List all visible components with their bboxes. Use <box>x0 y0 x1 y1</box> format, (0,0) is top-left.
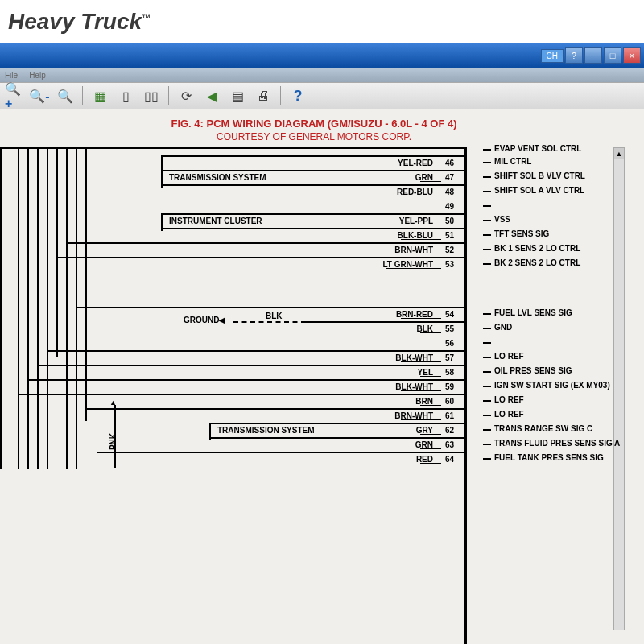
diagram-title: FIG. 4: PCM WIRING DIAGRAM (GM/ISUZU - 6… <box>0 118 628 130</box>
help-icon[interactable]: ? <box>289 87 307 105</box>
wire-color-label: GRY62 <box>416 423 457 437</box>
pin-signal-name: BK 2 SENS 2 LO CTRL <box>494 258 580 267</box>
back-icon[interactable]: ◀ <box>203 87 221 105</box>
refresh-icon[interactable]: ⟳ <box>177 87 195 105</box>
help-icon[interactable]: ? <box>565 47 583 64</box>
pin-signal-name: TRANS RANGE SW SIG C <box>494 424 592 433</box>
minimize-button[interactable]: _ <box>584 47 602 64</box>
toolbar: 🔍+ 🔍- 🔍 ▦ ▯ ▯▯ ⟳ ◀ ▤ 🖨 ? <box>0 82 644 109</box>
pin-signal-name: TRANS FLUID PRES SENS SIG A <box>494 439 620 448</box>
pin-signal-name: LO REF <box>494 352 524 361</box>
pin-signal-name: TFT SENS SIG <box>494 229 549 238</box>
notes-icon[interactable]: ▤ <box>229 87 246 105</box>
pin-signal-name: GND <box>494 323 512 332</box>
spread-icon[interactable]: ▯▯ <box>142 87 160 105</box>
toolbar-separator <box>280 86 281 105</box>
print-icon[interactable]: 🖨 <box>254 87 272 105</box>
pin-signal-name: EVAP VENT SOL CTRL <box>494 144 581 153</box>
wire-color-label: BRN60 <box>415 394 457 408</box>
pin-number: 56 <box>438 336 457 350</box>
toolbar-separator <box>82 86 83 105</box>
wire-color-label: BLK-BLU51 <box>398 228 457 242</box>
ground-wire-label: BLK <box>266 312 283 320</box>
wire-color-label: RED64 <box>416 452 457 466</box>
content-area: FIG. 4: PCM WIRING DIAGRAM (GM/ISUZU - 6… <box>0 109 644 644</box>
pin-signal-name: FUEL TANK PRES SENS SIG <box>494 453 604 462</box>
document-icon[interactable]: ▦ <box>91 87 109 105</box>
brand-header: Heavy Truck™ <box>0 0 644 43</box>
wire-color-label: BLK-WHT59 <box>395 379 457 394</box>
maximize-button[interactable]: □ <box>604 47 621 64</box>
pin-signal-name: SHIFT SOL B VLV CTRL <box>494 171 585 180</box>
pin-number: 49 <box>438 199 457 213</box>
pin-signal-name: IGN SW START SIG (EX MY03) <box>494 381 610 390</box>
close-button[interactable]: × <box>623 47 641 64</box>
pin-signal-name: LO REF <box>494 410 524 419</box>
connector-outline <box>464 147 467 644</box>
zoom-in-icon[interactable]: 🔍+ <box>5 87 23 105</box>
page-icon[interactable]: ▯ <box>117 87 134 105</box>
menu-file[interactable]: File <box>5 71 18 80</box>
zoom-reset-icon[interactable]: 🔍 <box>56 87 74 105</box>
wire-color-label: LT GRN-WHT53 <box>382 257 457 271</box>
arrow-up-icon: ▲ <box>109 398 117 407</box>
wire-color-label: BRN-RED54 <box>396 307 457 321</box>
toolbar-separator <box>168 86 169 105</box>
wire-color-label: BLK55 <box>416 321 457 336</box>
wire-color-label: YEL58 <box>418 365 457 379</box>
pnk-wire-label: PNK <box>109 433 118 450</box>
menu-help[interactable]: Help <box>29 71 46 80</box>
pin-signal-name: FUEL LVL SENS SIG <box>494 308 572 317</box>
wire-color-label: BLK-WHT57 <box>395 350 457 365</box>
wire-color-label: RED-BLU48 <box>397 184 457 199</box>
diagram-subtitle: COURTESY OF GENERAL MOTORS CORP. <box>0 131 628 142</box>
wire-color-label: YEL-PPL50 <box>399 213 457 228</box>
scroll-up-icon[interactable]: ▲ <box>614 148 624 159</box>
language-indicator[interactable]: CH <box>541 49 564 63</box>
pin-signal-name: OIL PRES SENS SIG <box>494 366 572 375</box>
transmission-system-label-2: TRANSMISSION SYSTEM <box>217 426 315 435</box>
window-titlebar: CH ? _ □ × <box>0 43 644 68</box>
transmission-system-label: TRANSMISSION SYSTEM <box>169 173 266 182</box>
wire-color-label: GRN47 <box>415 170 457 184</box>
pin-signal-name: MIL CTRL <box>494 157 531 166</box>
wire-color-label: BRN-WHT52 <box>394 242 457 257</box>
wire-color-label: GRN63 <box>415 437 457 452</box>
wiring-diagram: ▲ EVAP VENT SOL CTRLYEL-RED46MIL CTRLGRN… <box>0 147 628 644</box>
wire-color-label: BRN-WHT61 <box>394 408 457 423</box>
zoom-out-icon[interactable]: 🔍- <box>31 87 48 105</box>
menubar: File Help <box>0 68 644 82</box>
instrument-cluster-label: INSTRUMENT CLUSTER <box>169 217 262 225</box>
scrollbar[interactable]: ▲ <box>613 147 625 630</box>
pin-signal-name: LO REF <box>494 395 524 404</box>
brand-text: Heavy Truck™ <box>8 9 151 35</box>
pin-signal-name: VSS <box>494 215 510 224</box>
pin-signal-name: SHIFT SOL A VLV CTRL <box>494 186 584 195</box>
wire-color-label: YEL-RED46 <box>398 155 457 170</box>
pin-signal-name: BK 1 SENS 2 LO CTRL <box>494 244 580 253</box>
ground-label: GROUND◀ <box>184 316 225 324</box>
